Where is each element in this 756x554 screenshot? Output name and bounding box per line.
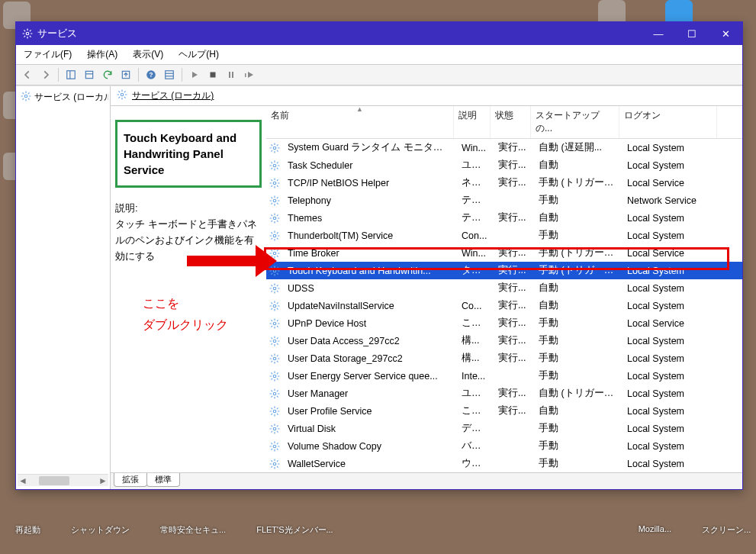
detail-header-title: サービス (ローカル) (132, 89, 214, 102)
tab-extended[interactable]: 拡張 (114, 473, 147, 487)
table-row[interactable]: Touch Keyboard and Handwritin...タッ...実行.… (266, 262, 742, 279)
svg-point-30 (273, 357, 276, 360)
cell-desc: この... (457, 317, 494, 330)
maximize-button[interactable]: ☐ (675, 22, 709, 45)
cell-desc: 構... (457, 334, 494, 347)
svg-rect-11 (211, 72, 216, 78)
table-row[interactable]: Thunderbolt(TM) ServiceCon...手動Local Sys… (266, 227, 742, 244)
sort-asc-icon: ▲ (356, 106, 363, 113)
table-row[interactable]: User Profile Serviceこの...実行...自動Local Sy… (266, 402, 742, 420)
help-button[interactable]: ? (143, 66, 159, 83)
cell-logon: Local System (622, 406, 720, 417)
titlebar[interactable]: サービス — ☐ ✕ (16, 22, 742, 45)
cell-desc: ディ... (457, 422, 494, 435)
svg-point-35 (273, 445, 276, 448)
show-hide-tree-button[interactable] (63, 66, 79, 83)
cell-logon: Local System (622, 424, 720, 434)
description-column: Touch Keyboard and Handwriting Panel Ser… (111, 106, 266, 472)
svg-rect-13 (232, 72, 233, 78)
table-row[interactable]: User Data Access_297cc2構...実行...手動Local … (266, 332, 742, 349)
table-row[interactable]: Volume Shadow Copyバッ...手動Local System (266, 437, 742, 455)
table-row[interactable]: User Managerユー...実行...自動 (トリガー開...Local … (266, 385, 742, 402)
shortcut-label: 常時安全セキュ... (160, 524, 226, 536)
menu-view[interactable]: 表示(V) (130, 47, 166, 63)
table-row[interactable]: WalletServiceウォ...手動Local System (266, 455, 742, 472)
cell-logon: Local System (622, 143, 720, 153)
tab-standard[interactable]: 標準 (146, 473, 180, 487)
cell-status: 実行... (494, 387, 534, 400)
col-desc[interactable]: 説明 (454, 106, 491, 138)
table-row[interactable]: User Data Storage_297cc2構...実行...手動Local… (266, 349, 742, 367)
table-row[interactable]: Virtual Diskディ...手動Local System (266, 420, 742, 437)
list-button[interactable] (161, 66, 178, 83)
tree-hscrollbar[interactable]: ◄ ► (18, 474, 108, 486)
cell-name: WalletService (283, 459, 457, 469)
cell-logon: Local System (622, 266, 720, 276)
gear-icon (269, 388, 280, 399)
cell-startup: 自動 (534, 404, 622, 417)
menu-file[interactable]: ファイル(F) (21, 47, 75, 63)
cell-desc: ユー... (457, 387, 494, 400)
cell-status: 実行... (494, 176, 534, 189)
cell-status: 実行... (494, 334, 534, 347)
cell-desc: テレ... (457, 194, 494, 207)
gear-icon (269, 230, 280, 241)
table-row[interactable]: UDSS実行...自動Local System (266, 279, 742, 297)
start-service-button[interactable] (186, 66, 203, 83)
tree-item-services-local[interactable]: サービス (ローカル (18, 89, 108, 105)
cell-startup: 手動 (トリガー開... (534, 176, 622, 189)
cell-desc: 構... (457, 352, 494, 365)
refresh-button[interactable] (99, 66, 116, 83)
cell-logon: Local System (622, 301, 720, 311)
detail-header: サービス (ローカル) (111, 86, 742, 106)
cell-name: Virtual Disk (283, 424, 457, 434)
col-logon[interactable]: ログオン (619, 106, 717, 138)
svg-point-27 (273, 304, 276, 308)
cell-status: 実行... (494, 282, 534, 295)
table-row[interactable]: Themesテー...実行...自動Local System (266, 209, 742, 227)
col-status[interactable]: 状態 (491, 106, 531, 138)
cell-name: System Guard ランタイム モニター ブ... (283, 141, 457, 154)
gear-icon (269, 195, 280, 206)
table-row[interactable]: Telephonyテレ...手動Network Service (266, 192, 742, 209)
minimize-button[interactable]: — (642, 22, 675, 45)
forward-button[interactable] (37, 66, 54, 83)
cell-startup: 手動 (534, 369, 622, 382)
table-row[interactable]: Time BrokerWin...実行...手動 (トリガー開...Local … (266, 244, 742, 262)
close-button[interactable]: ✕ (709, 22, 742, 45)
table-row[interactable]: System Guard ランタイム モニター ブ...Win...実行...自… (266, 139, 742, 156)
export-button[interactable] (117, 66, 134, 83)
scroll-thumb[interactable] (39, 476, 69, 485)
menu-help[interactable]: ヘルプ(H) (175, 47, 222, 63)
cell-logon: Local System (622, 283, 720, 294)
cell-logon: Local System (622, 160, 720, 171)
col-startup[interactable]: スタートアップの... (531, 106, 619, 138)
col-name[interactable]: 名前▲ (266, 106, 454, 138)
svg-point-26 (273, 287, 276, 290)
cell-logon: Local Service (622, 248, 720, 259)
cell-desc: Con... (457, 230, 494, 241)
toolbar: ? (16, 65, 742, 85)
svg-point-0 (26, 32, 29, 35)
table-row[interactable]: UpdateNaviInstallServiceCo...実行...自動Loca… (266, 297, 742, 314)
menu-action[interactable]: 操作(A) (84, 47, 121, 63)
table-row[interactable]: Task Schedulerユー...実行...自動Local System (266, 156, 742, 174)
restart-service-button[interactable] (241, 66, 258, 83)
cell-startup: 自動 (トリガー開... (534, 387, 622, 400)
selected-service-title: Touch Keyboard and Handwriting Panel Ser… (124, 131, 236, 176)
table-row[interactable]: UPnP Device Hostこの...実行...手動Local Servic… (266, 314, 742, 332)
properties-button[interactable] (81, 66, 98, 83)
svg-rect-12 (229, 72, 230, 78)
table-row[interactable]: TCP/IP NetBIOS Helperネッ...実行...手動 (トリガー開… (266, 174, 742, 192)
back-button[interactable] (19, 66, 36, 83)
pause-service-button[interactable] (223, 66, 240, 83)
annotation-text: ここを ダブルクリック (143, 293, 262, 334)
window-title: サービス (37, 27, 77, 40)
scroll-right-icon[interactable]: ► (98, 475, 108, 486)
cell-startup: 手動 (534, 334, 622, 347)
svg-rect-1 (67, 71, 76, 79)
gear-icon (269, 213, 280, 224)
scroll-left-icon[interactable]: ◄ (18, 475, 28, 486)
table-row[interactable]: User Energy Server Service quee...Inte..… (266, 367, 742, 385)
stop-service-button[interactable] (204, 66, 221, 83)
